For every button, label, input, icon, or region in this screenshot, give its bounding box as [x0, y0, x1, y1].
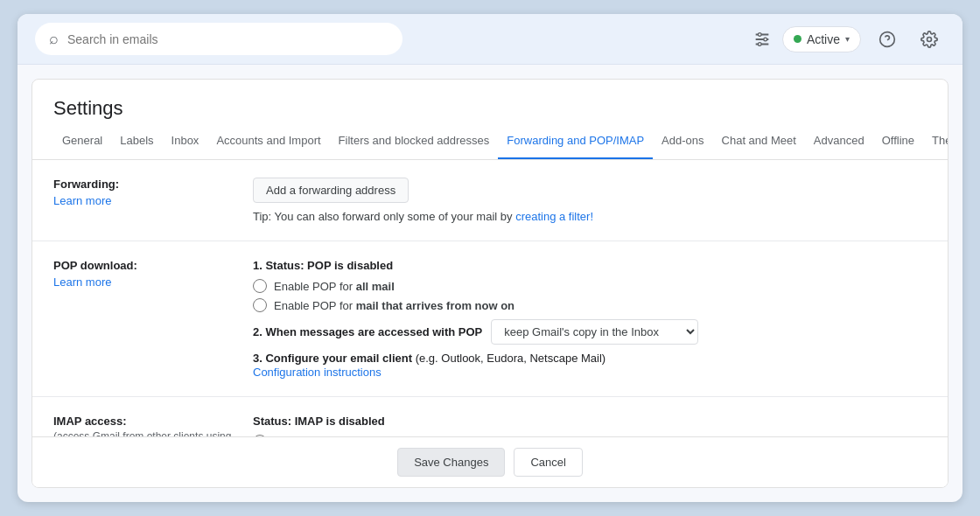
chevron-down-icon: ▾ [845, 34, 850, 44]
tab-themes[interactable]: Themes [923, 123, 948, 160]
settings-content: Settings General Labels Inbox Accounts a… [32, 79, 948, 488]
pop-all-mail-radio[interactable] [253, 279, 267, 293]
pop-learn-more[interactable]: Learn more [53, 275, 246, 289]
forwarding-label-col: Forwarding: Learn more [53, 178, 246, 223]
forwarding-content: Add a forwarding address Tip: You can al… [253, 178, 927, 223]
pop-when-label: 2. When messages are accessed with POP [253, 325, 482, 338]
pop-label: POP download: [53, 259, 246, 272]
search-input[interactable] [67, 32, 388, 46]
pop-all-mail-option[interactable]: Enable POP for all mail [253, 279, 927, 293]
active-label: Active [807, 32, 840, 46]
imap-label: IMAP access: [53, 415, 246, 428]
svg-point-8 [928, 37, 932, 41]
page-title: Settings [32, 80, 948, 120]
bottom-bar: Save Changes Cancel [32, 436, 948, 487]
settings-body: Forwarding: Learn more Add a forwarding … [32, 160, 948, 436]
pop-content: 1. Status: POP is disabled Enable POP fo… [253, 259, 927, 379]
help-button[interactable] [872, 24, 903, 55]
imap-status: Status: IMAP is disabled [253, 415, 927, 428]
svg-point-5 [758, 42, 761, 45]
tab-forwarding[interactable]: Forwarding and POP/IMAP [498, 123, 653, 160]
pop-status: 1. Status: POP is disabled [253, 259, 927, 272]
imap-content: Status: IMAP is disabled Enable IMAP Dis… [253, 415, 927, 436]
tab-advanced[interactable]: Advanced [805, 123, 873, 160]
tab-general[interactable]: General [53, 123, 111, 160]
imap-sublabel: (access Gmail from other clients using I… [53, 429, 246, 436]
active-status-badge[interactable]: Active ▾ [782, 26, 861, 52]
svg-point-3 [758, 32, 761, 36]
pop-config-link[interactable]: Configuration instructions [253, 366, 382, 379]
active-dot [794, 35, 802, 43]
pop-when-select[interactable]: keep Gmail's copy in the Inbox [491, 319, 698, 345]
pop-label-col: POP download: Learn more [53, 259, 246, 379]
svg-point-4 [764, 38, 767, 41]
forwarding-tip: Tip: You can also forward only some of y… [253, 210, 927, 223]
creating-filter-link[interactable]: creating a filter! [515, 210, 593, 223]
tab-offline[interactable]: Offline [873, 123, 923, 160]
imap-section: IMAP access: (access Gmail from other cl… [32, 397, 948, 436]
save-changes-button[interactable]: Save Changes [397, 448, 505, 477]
add-forwarding-address-button[interactable]: Add a forwarding address [253, 178, 409, 203]
tab-filters[interactable]: Filters and blocked addresses [330, 123, 499, 160]
nav-tabs: General Labels Inbox Accounts and Import… [32, 123, 948, 160]
forwarding-label: Forwarding: [53, 178, 246, 191]
search-area: ⌕ [35, 23, 402, 55]
pop-section: POP download: Learn more 1. Status: POP … [32, 241, 948, 397]
pop-from-now-option[interactable]: Enable POP for mail that arrives from no… [253, 298, 927, 312]
pop-configure-text: 3. Configure your email client (e.g. Out… [253, 352, 927, 365]
pop-configure-row: 3. Configure your email client (e.g. Out… [253, 352, 927, 379]
cancel-button[interactable]: Cancel [514, 448, 582, 477]
filter-icon-button[interactable] [752, 30, 772, 49]
tab-chat[interactable]: Chat and Meet [713, 123, 805, 160]
search-icon: ⌕ [49, 30, 59, 48]
tab-accounts[interactable]: Accounts and Import [207, 123, 329, 160]
pop-when-row: 2. When messages are accessed with POP k… [253, 319, 927, 345]
tab-labels[interactable]: Labels [111, 123, 162, 160]
forwarding-section: Forwarding: Learn more Add a forwarding … [32, 160, 948, 241]
imap-label-col: IMAP access: (access Gmail from other cl… [53, 415, 246, 436]
pop-radio-group: Enable POP for all mail Enable POP for m… [253, 279, 927, 312]
settings-button[interactable] [914, 24, 945, 55]
pop-from-now-radio[interactable] [253, 298, 267, 312]
tab-addons[interactable]: Add-ons [653, 123, 712, 160]
tab-inbox[interactable]: Inbox [163, 123, 208, 160]
topbar: ⌕ Active ▾ [18, 14, 962, 65]
forwarding-learn-more[interactable]: Learn more [53, 194, 246, 207]
app-window: ⌕ Active ▾ [18, 14, 962, 502]
